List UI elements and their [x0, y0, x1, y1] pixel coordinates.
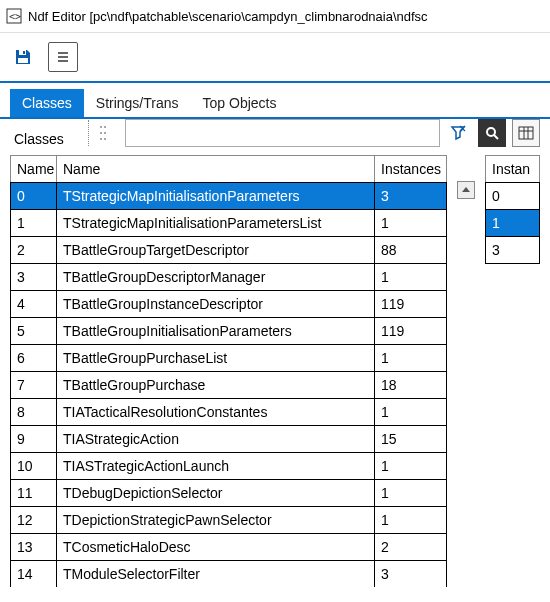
app-icon: <>	[6, 8, 22, 24]
tab-top-objects[interactable]: Top Objects	[191, 89, 289, 117]
instances-table[interactable]: Instan 013	[485, 155, 540, 587]
grip-icon[interactable]	[88, 120, 119, 146]
table-row[interactable]: 0TStrategicMapInitialisationParameters3	[11, 183, 447, 210]
list-button[interactable]	[48, 42, 78, 72]
svg-rect-16	[519, 127, 533, 139]
table-row[interactable]: 3TBattleGroupDescriptorManager1	[11, 264, 447, 291]
table-row[interactable]: 9TIAStrategicAction15	[11, 426, 447, 453]
table-row[interactable]: 11TDebugDepictionSelector1	[11, 480, 447, 507]
table-row[interactable]: 6TBattleGroupPurchaseList1	[11, 345, 447, 372]
svg-point-14	[487, 128, 495, 136]
table-row[interactable]: 12TDepictionStrategicPawnSelector1	[11, 507, 447, 534]
content-area: NameNameInstances 0TStrategicMapInitiali…	[0, 155, 550, 587]
filter-button[interactable]	[446, 120, 472, 146]
search-button[interactable]	[478, 119, 506, 147]
save-button[interactable]	[8, 42, 38, 72]
svg-point-9	[104, 126, 106, 128]
table-row[interactable]: 3	[486, 237, 540, 264]
svg-rect-3	[23, 51, 25, 54]
search-input[interactable]	[125, 119, 440, 147]
table-row[interactable]: 0	[486, 183, 540, 210]
column-header[interactable]: Name	[11, 156, 57, 183]
table-row[interactable]: 2TBattleGroupTargetDescriptor88	[11, 237, 447, 264]
svg-point-12	[100, 138, 102, 140]
scrollbar[interactable]	[457, 155, 475, 587]
panel-label: Classes	[0, 121, 78, 153]
table-row[interactable]: 7TBattleGroupPurchase18	[11, 372, 447, 399]
column-header[interactable]: Instan	[486, 156, 540, 183]
column-header[interactable]: Instances	[375, 156, 447, 183]
table-row[interactable]: 14TModuleSelectorFilter3	[11, 561, 447, 588]
svg-text:<>: <>	[9, 11, 21, 22]
tab-bar: ClassesStrings/TransTop Objects	[0, 83, 550, 119]
svg-rect-4	[18, 58, 28, 63]
column-header[interactable]: Name	[57, 156, 375, 183]
svg-point-11	[104, 132, 106, 134]
svg-point-10	[100, 132, 102, 134]
table-row[interactable]: 4TBattleGroupInstanceDescriptor119	[11, 291, 447, 318]
table-row[interactable]: 8TIATacticalResolutionConstantes1	[11, 399, 447, 426]
svg-point-8	[100, 126, 102, 128]
svg-point-13	[104, 138, 106, 140]
tab-classes[interactable]: Classes	[10, 89, 84, 117]
tab-strings-trans[interactable]: Strings/Trans	[84, 89, 191, 117]
scroll-up-icon[interactable]	[457, 181, 475, 199]
window-title: Ndf Editor [pc\ndf\patchable\scenario\ca…	[28, 9, 428, 24]
svg-line-15	[494, 135, 498, 139]
table-row[interactable]: 10TIASTrategicActionLaunch1	[11, 453, 447, 480]
table-row[interactable]: 5TBattleGroupInitialisationParameters119	[11, 318, 447, 345]
toolbar	[0, 33, 550, 83]
table-row[interactable]: 1TStrategicMapInitialisationParametersLi…	[11, 210, 447, 237]
columns-button[interactable]	[512, 119, 540, 147]
table-row[interactable]: 13TCosmeticHaloDesc2	[11, 534, 447, 561]
table-row[interactable]: 1	[486, 210, 540, 237]
title-bar: <> Ndf Editor [pc\ndf\patchable\scenario…	[0, 0, 550, 33]
classes-table[interactable]: NameNameInstances 0TStrategicMapInitiali…	[10, 155, 447, 587]
